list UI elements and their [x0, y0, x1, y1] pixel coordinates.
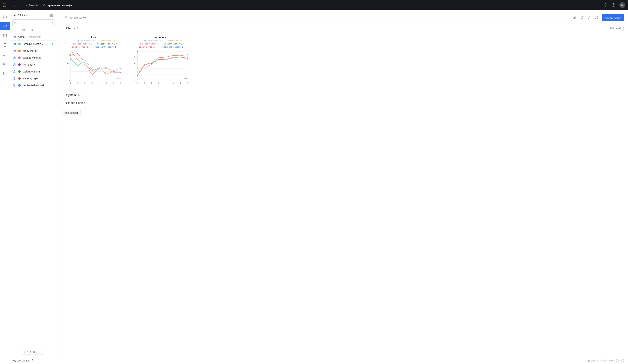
svg-point-70 [84, 62, 85, 63]
rail-artifacts[interactable] [0, 69, 10, 77]
run-name: exalted-violet-5 [23, 56, 41, 59]
chart-panel[interactable]: lossjumping-breeze-7 ●fancy-leaf-6exalte… [62, 33, 125, 87]
svg-point-36 [14, 85, 15, 86]
section-system-header[interactable]: System 14 [57, 91, 628, 99]
run-row[interactable]: fancy-leaf-6 [10, 47, 57, 54]
undo-icon[interactable] [616, 359, 619, 362]
svg-text:0.4: 0.4 [67, 62, 70, 64]
run-color-dot [18, 77, 21, 80]
svg-text:7: 7 [120, 82, 121, 84]
run-name: rich-oath-4 [23, 63, 35, 66]
add-panel-button[interactable]: Add panel [607, 26, 624, 31]
global-search-icon[interactable] [11, 3, 15, 7]
svg-point-102 [137, 51, 138, 52]
next-page[interactable]: › [42, 350, 43, 353]
svg-point-41 [582, 16, 583, 17]
run-color-dot [18, 70, 21, 73]
section-hidden-header[interactable]: Hidden Panels 0 [57, 99, 628, 107]
chart-panel[interactable]: accuracyjumping-breeze-7 ●fancy-leaf-6ex… [129, 33, 192, 87]
rail-launch[interactable] [0, 60, 10, 68]
svg-text:0.6: 0.6 [67, 53, 70, 55]
svg-point-16 [3, 72, 6, 73]
chart-title: accuracy [131, 36, 190, 39]
sort-icon[interactable] [30, 28, 33, 31]
svg-point-71 [70, 55, 71, 56]
eye-icon[interactable] [13, 42, 16, 46]
eye-icon[interactable] [13, 77, 16, 80]
run-row[interactable]: valiant-water-3 [10, 68, 57, 75]
prev-page[interactable]: ‹ [39, 350, 40, 353]
svg-text:0: 0 [137, 82, 138, 84]
runs-search-input[interactable] [18, 21, 50, 24]
svg-point-47 [596, 17, 597, 18]
avatar[interactable]: N [619, 2, 625, 8]
runs-list: jumping-breeze-7 fancy-leaf-6 exalted-vi… [10, 41, 57, 89]
bell-icon[interactable] [604, 3, 608, 7]
lock-icon [43, 4, 45, 6]
svg-point-22 [14, 22, 16, 23]
help-icon[interactable] [612, 3, 615, 7]
run-row[interactable]: jumping-breeze-7 [10, 41, 57, 47]
svg-text:0.6: 0.6 [134, 62, 137, 64]
topbar: › Projects › my-awesome-project N [0, 0, 628, 10]
rail-workspace[interactable] [0, 22, 10, 30]
rail-table[interactable] [0, 32, 10, 40]
x-axis-icon[interactable] [573, 16, 576, 19]
settings-icon[interactable] [595, 16, 598, 19]
svg-point-0 [12, 4, 14, 6]
eye-icon[interactable] [13, 49, 16, 53]
run-name: jumping-breeze-7 [23, 43, 43, 45]
svg-text:6: 6 [113, 82, 114, 84]
run-row[interactable]: exalted-violet-5 [10, 54, 57, 61]
runs-search[interactable]: .* [12, 19, 55, 26]
breadcrumb-project[interactable]: my-awesome-project [43, 4, 74, 7]
svg-line-38 [66, 18, 67, 18]
wandb-logo-icon[interactable] [3, 3, 6, 7]
eye-icon[interactable] [13, 56, 16, 59]
workspace-menu-icon[interactable]: ⋮ [31, 359, 34, 363]
footer: My Workspace ⋮ Updated 9 minutes ago [0, 357, 628, 364]
run-row[interactable]: eager-gorge-2 [10, 75, 57, 82]
chevron-right-icon: › [40, 4, 41, 7]
rail-info[interactable] [0, 13, 10, 21]
group-icon[interactable] [22, 28, 25, 31]
svg-text:0: 0 [135, 79, 137, 81]
runs-title: Runs (7) [13, 13, 27, 17]
run-name: eager-gorge-2 [23, 77, 40, 80]
svg-text:Step: Step [117, 77, 120, 79]
svg-text:1: 1 [135, 51, 137, 53]
svg-text:4: 4 [165, 82, 167, 84]
breadcrumb-projects[interactable]: Projects [28, 4, 38, 7]
eye-icon[interactable] [13, 63, 16, 66]
panel-search-input[interactable] [69, 16, 567, 19]
chevron-right-icon [62, 102, 64, 104]
svg-point-30 [14, 44, 15, 45]
panel-search[interactable] [62, 14, 569, 21]
runs-column-header[interactable]: Name (7 visualized) [10, 33, 57, 41]
rail-reports[interactable] [0, 41, 10, 49]
eye-icon [13, 35, 16, 39]
rail-sweeps[interactable] [0, 51, 10, 59]
runs-pager[interactable]: 1-7 ▼ of 7 ‹ › [22, 349, 45, 355]
svg-rect-15 [3, 63, 6, 65]
redo-icon[interactable] [621, 359, 624, 362]
filter-icon[interactable] [13, 28, 17, 31]
main-area: Create report Charts 2 Add panel lossjum… [57, 10, 628, 357]
outliers-icon[interactable] [587, 16, 591, 19]
chevron-right-icon: › [26, 4, 27, 7]
run-row[interactable]: resilient-shadow-1 [10, 82, 57, 89]
svg-point-103 [187, 59, 188, 60]
workspace-name[interactable]: My Workspace [13, 359, 29, 362]
create-report-button[interactable]: Create report [602, 14, 624, 21]
svg-point-73 [120, 68, 121, 69]
svg-line-1 [14, 6, 14, 6]
svg-rect-2 [43, 5, 45, 6]
eye-icon[interactable] [13, 70, 16, 73]
table-toggle-icon[interactable] [50, 13, 55, 17]
add-section-button[interactable]: Add section [62, 110, 80, 116]
svg-text:0.4: 0.4 [134, 68, 137, 70]
section-charts-header[interactable]: Charts 2 Add panel [57, 23, 628, 33]
run-row[interactable]: rich-oath-4 [10, 61, 57, 68]
eye-icon[interactable] [13, 84, 16, 87]
smoothing-icon[interactable] [580, 16, 584, 19]
